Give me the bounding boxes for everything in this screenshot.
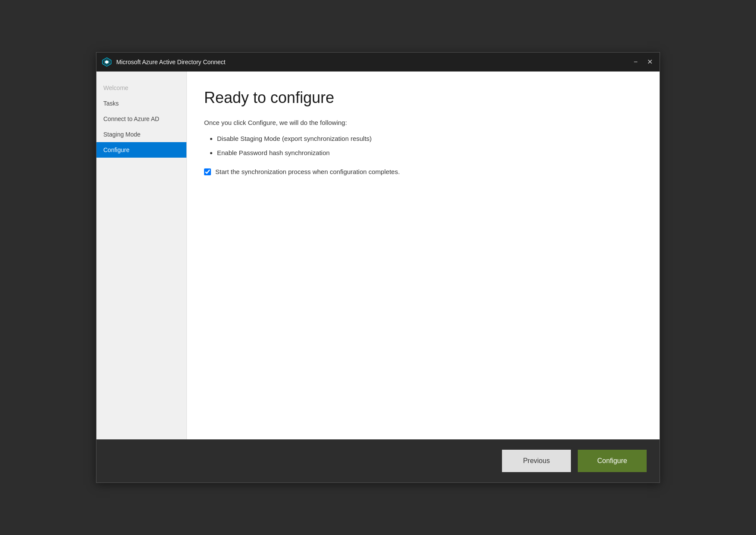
sidebar-item-staging-mode[interactable]: Staging Mode — [96, 127, 186, 142]
sync-checkbox-label[interactable]: Start the synchronization process when c… — [215, 168, 400, 175]
bullet-item-2: Enable Password hash synchronization — [217, 148, 642, 158]
page-title: Ready to configure — [204, 89, 642, 107]
sidebar-item-connect-azure-ad[interactable]: Connect to Azure AD — [96, 111, 186, 127]
sync-checkbox[interactable] — [204, 168, 211, 175]
main-window: Microsoft Azure Active Directory Connect… — [96, 52, 660, 483]
footer: Previous Configure — [96, 439, 660, 482]
main-container: Welcome Tasks Connect to Azure AD Stagin… — [96, 72, 660, 439]
close-button[interactable]: ✕ — [645, 58, 654, 66]
configure-button[interactable]: Configure — [578, 450, 647, 472]
titlebar-title: Microsoft Azure Active Directory Connect — [116, 59, 632, 65]
minimize-button[interactable]: − — [632, 58, 639, 66]
previous-button[interactable]: Previous — [502, 450, 571, 472]
bullet-item-1: Disable Staging Mode (export synchroniza… — [217, 134, 642, 144]
sync-checkbox-row: Start the synchronization process when c… — [204, 168, 642, 175]
sidebar-item-tasks[interactable]: Tasks — [96, 96, 186, 111]
action-list: Disable Staging Mode (export synchroniza… — [204, 134, 642, 158]
sidebar-item-welcome: Welcome — [96, 80, 186, 96]
titlebar: Microsoft Azure Active Directory Connect… — [96, 53, 660, 72]
description-text: Once you click Configure, we will do the… — [204, 119, 642, 126]
content-area: Ready to configure Once you click Config… — [187, 72, 660, 439]
titlebar-controls: − ✕ — [632, 58, 654, 66]
sidebar-item-configure[interactable]: Configure — [96, 142, 186, 158]
azure-ad-logo — [102, 57, 112, 67]
sidebar: Welcome Tasks Connect to Azure AD Stagin… — [96, 72, 187, 439]
